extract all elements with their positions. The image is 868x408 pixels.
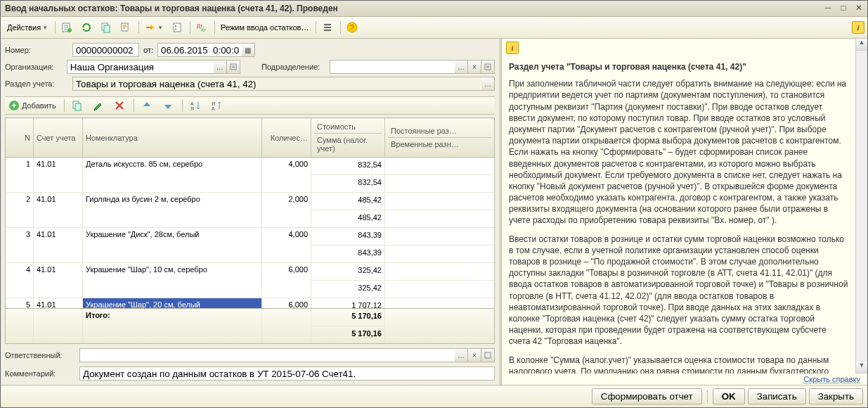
svg-text:А: А bbox=[212, 106, 215, 111]
list-icon[interactable] bbox=[318, 20, 337, 34]
grid-header: N Счет учета Номенклатура Количес… Стоим… bbox=[6, 118, 494, 158]
table-row[interactable]: 341.01Украшение "Диск", 28см, белый4,000… bbox=[6, 228, 494, 263]
help-title: Раздел учета "Товары и торговая наценка … bbox=[509, 61, 848, 72]
comment-field[interactable] bbox=[79, 366, 495, 381]
info-icon[interactable]: i bbox=[852, 21, 864, 34]
copy-icon[interactable] bbox=[97, 20, 115, 34]
svg-rect-15 bbox=[75, 103, 81, 110]
select-icon[interactable]: … bbox=[214, 60, 227, 74]
refresh-icon[interactable] bbox=[77, 20, 96, 34]
help-icon[interactable]: ? bbox=[343, 20, 361, 34]
delete-row-icon[interactable] bbox=[110, 98, 129, 113]
table-row[interactable]: 241.01Гирлянда из бусин 2 м, серебро2,00… bbox=[6, 193, 494, 228]
footer: Сформировать отчет OK Записать Закрыть bbox=[1, 385, 867, 407]
scroll-up-icon[interactable]: ▲ bbox=[856, 39, 867, 51]
responsible-label: Ответственный: bbox=[5, 351, 75, 359]
sort-asc-icon[interactable]: АЯ bbox=[186, 98, 205, 113]
window-title: Ввод начальных остатков: Товары и торгов… bbox=[2, 4, 820, 13]
open-icon[interactable] bbox=[227, 60, 240, 74]
svg-rect-5 bbox=[174, 23, 181, 32]
open-icon[interactable] bbox=[481, 60, 495, 74]
add-row-button[interactable]: +Добавить bbox=[5, 99, 60, 112]
close-window-button[interactable]: ✕ bbox=[852, 3, 866, 14]
svg-rect-20 bbox=[485, 352, 491, 358]
actions-menu[interactable]: Действия▼ bbox=[4, 20, 51, 34]
clear-icon[interactable]: × bbox=[468, 60, 481, 74]
comment-label: Комментарий: bbox=[5, 369, 75, 378]
svg-point-6 bbox=[175, 25, 176, 27]
post-document-icon[interactable] bbox=[58, 20, 76, 34]
dept-field[interactable] bbox=[330, 60, 455, 74]
calendar-icon[interactable]: ▦ bbox=[242, 43, 255, 57]
select-icon[interactable]: … bbox=[455, 60, 468, 74]
svg-text:Кт: Кт bbox=[201, 27, 207, 32]
mode-button[interactable]: Режим ввода остатков… bbox=[217, 20, 312, 34]
svg-point-1 bbox=[67, 28, 72, 32]
save-button[interactable]: Записать bbox=[748, 388, 806, 404]
section-picker[interactable]: … bbox=[72, 77, 495, 91]
titlebar: Ввод начальных остатков: Товары и торгов… bbox=[1, 1, 867, 17]
form-report-button[interactable]: Сформировать отчет bbox=[592, 388, 702, 404]
number-field[interactable] bbox=[72, 43, 139, 57]
number-label: Номер: bbox=[5, 46, 68, 54]
responsible-field[interactable] bbox=[79, 348, 455, 362]
col-diff[interactable]: Постоянные раз…Временные разн… bbox=[385, 118, 494, 157]
copy-row-icon[interactable] bbox=[68, 98, 86, 113]
minimize-button[interactable]: ─ bbox=[821, 3, 835, 14]
select-icon[interactable]: … bbox=[481, 77, 495, 91]
col-quantity[interactable]: Количес… bbox=[262, 118, 311, 157]
responsible-picker[interactable]: … × bbox=[79, 348, 495, 362]
dept-picker[interactable]: … × bbox=[330, 60, 495, 74]
date-field[interactable] bbox=[157, 43, 242, 57]
ok-button[interactable]: OK bbox=[713, 388, 745, 404]
from-label: от: bbox=[143, 46, 153, 54]
org-label: Организация: bbox=[5, 63, 63, 71]
open-icon[interactable] bbox=[481, 348, 495, 362]
grid-toolbar: +Добавить АЯ ЯА bbox=[5, 96, 495, 115]
table-row[interactable]: 141.01Деталь искусств. 85 см, серебро4,0… bbox=[6, 158, 494, 193]
help-content: Раздел учета "Товары и торговая наценка … bbox=[502, 57, 855, 374]
dept-label: Подразделение: bbox=[261, 63, 325, 71]
svg-point-7 bbox=[175, 28, 176, 30]
col-cost[interactable]: СтоимостьСумма (налог. учет) bbox=[311, 118, 385, 157]
table-row[interactable]: 441.01Украшение "Шар", 10 см, серебро6,0… bbox=[6, 263, 494, 298]
scroll-down-icon[interactable]: ▼ bbox=[856, 362, 867, 374]
basedon-icon[interactable] bbox=[117, 20, 135, 34]
table-row[interactable]: 541.01Украшение "Шар", 20 см, белый6,000… bbox=[6, 298, 494, 308]
total-cost2: 5 170,16 bbox=[311, 326, 384, 343]
col-nomenclature[interactable]: Номенклатура bbox=[83, 118, 262, 157]
date-picker[interactable]: ▦ bbox=[157, 43, 255, 57]
edit-row-icon[interactable] bbox=[89, 98, 108, 113]
close-button[interactable]: Закрыть bbox=[809, 388, 863, 404]
col-account[interactable]: Счет учета bbox=[34, 118, 83, 157]
svg-text:А: А bbox=[190, 101, 194, 106]
main-toolbar: Действия▼ ▼ ДтКт Режим ввода остатков… ?… bbox=[1, 17, 867, 39]
help-scrollbar[interactable]: ▲ ▼ bbox=[855, 39, 867, 374]
dtkt-icon[interactable]: ДтКт bbox=[193, 20, 211, 34]
section-field[interactable] bbox=[72, 77, 481, 91]
items-grid[interactable]: N Счет учета Номенклатура Количес… Стоим… bbox=[5, 117, 495, 344]
svg-text:Я: Я bbox=[212, 101, 215, 106]
structure-icon[interactable] bbox=[168, 20, 186, 34]
select-icon[interactable]: … bbox=[455, 348, 468, 362]
svg-text:Я: Я bbox=[190, 106, 194, 111]
svg-rect-3 bbox=[104, 25, 110, 32]
col-n[interactable]: N bbox=[6, 118, 34, 157]
hide-help-link[interactable]: Скрыть справку bbox=[803, 375, 860, 383]
svg-rect-12 bbox=[231, 64, 236, 70]
org-picker[interactable]: … bbox=[67, 60, 240, 74]
total-cost1: 5 170,16 bbox=[311, 309, 384, 326]
clear-icon[interactable]: × bbox=[468, 348, 481, 362]
move-down-icon[interactable] bbox=[159, 98, 177, 113]
section-label: Раздел учета: bbox=[5, 79, 68, 88]
sort-desc-icon[interactable]: ЯА bbox=[207, 98, 226, 113]
move-up-icon[interactable] bbox=[138, 98, 156, 113]
totals-label: Итого: bbox=[83, 309, 261, 321]
info-icon: i bbox=[506, 42, 519, 54]
org-field[interactable] bbox=[67, 60, 214, 74]
maximize-button[interactable]: □ bbox=[836, 3, 850, 14]
help-pane: i Раздел учета "Товары и торговая наценк… bbox=[501, 39, 867, 385]
goto-icon[interactable]: ▼ bbox=[141, 20, 167, 34]
svg-rect-13 bbox=[485, 64, 491, 70]
svg-text:?: ? bbox=[350, 24, 354, 32]
